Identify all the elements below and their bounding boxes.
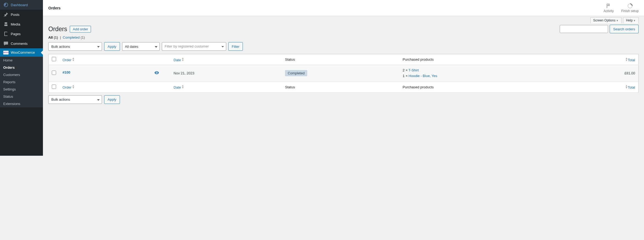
- column-order[interactable]: Order▲▼: [63, 58, 75, 62]
- sort-icon: ▲▼: [625, 57, 628, 61]
- filter-button[interactable]: Filter: [228, 42, 243, 51]
- view-all[interactable]: All (1): [48, 35, 59, 39]
- sidebar-item-media[interactable]: Media: [0, 19, 43, 29]
- column-date[interactable]: Date▲▼: [174, 58, 184, 62]
- product-link[interactable]: Hoodie - Blue, Yes: [409, 74, 437, 78]
- view-completed[interactable]: Completed (1): [63, 35, 85, 39]
- column-total[interactable]: ▲▼Total: [625, 58, 635, 62]
- select-all-checkbox[interactable]: [52, 57, 56, 61]
- submenu-item-customers[interactable]: Customers: [0, 71, 43, 78]
- apply-bulk-button[interactable]: Apply: [104, 42, 120, 51]
- screen-tabs: Screen Options Help: [43, 16, 644, 23]
- topbar-actions: Activity Finish setup: [603, 3, 639, 13]
- column-order-footer[interactable]: Order▲▼: [63, 85, 75, 89]
- order-date: Nov 21, 2023: [170, 65, 282, 82]
- apply-bulk-button-bottom[interactable]: Apply: [104, 95, 120, 104]
- column-total-footer[interactable]: ▲▼Total: [625, 85, 635, 89]
- sidebar-item-label: WooCommerce: [11, 50, 35, 54]
- product-line: 2 × T-Shirt: [403, 68, 565, 73]
- activity-button[interactable]: Activity: [603, 3, 614, 13]
- help-tab[interactable]: Help: [623, 17, 639, 23]
- bottom-actions: Bulk actions Apply: [48, 95, 639, 104]
- submenu-item-settings[interactable]: Settings: [0, 86, 43, 93]
- sort-icon: ▲▼: [181, 57, 184, 61]
- orders-table: Order▲▼ Date▲▼ Status Purchased products…: [48, 54, 639, 93]
- order-total: £81.00: [568, 65, 639, 82]
- submenu-item-orders[interactable]: Orders: [0, 64, 43, 71]
- page-heading: Orders: [48, 26, 67, 33]
- main-content: Orders Activity Finish setup Screen Opti…: [43, 0, 644, 156]
- sort-icon: ▲▼: [72, 85, 75, 89]
- product-line: 1 × Hoodie - Blue, Yes: [403, 73, 565, 79]
- comment-icon: [3, 41, 9, 46]
- column-purchased: Purchased products: [400, 54, 568, 65]
- status-views: All (1) | Completed (1): [48, 35, 639, 39]
- row-checkbox[interactable]: [52, 71, 56, 75]
- progress-circle-icon: [627, 3, 633, 9]
- sidebar-submenu: Home Orders Customers Reports Settings S…: [0, 57, 43, 107]
- add-order-button[interactable]: Add order: [70, 26, 91, 32]
- topbar-title: Orders: [48, 6, 61, 10]
- table-row[interactable]: #100 Nov 21, 2023 Completed 2 × T-Shirt …: [49, 65, 639, 82]
- sort-icon: ▲▼: [181, 85, 184, 89]
- preview-icon[interactable]: [154, 70, 159, 76]
- filters-row: Bulk actions Apply All dates Filter by r…: [48, 42, 639, 51]
- sidebar-item-label: Pages: [11, 32, 21, 36]
- sidebar-item-label: Media: [11, 22, 20, 26]
- search-orders-button[interactable]: Search orders: [610, 25, 639, 33]
- screen-options-tab[interactable]: Screen Options: [590, 17, 621, 23]
- submenu-item-extensions[interactable]: Extensions: [0, 100, 43, 107]
- finish-setup-button[interactable]: Finish setup: [621, 3, 639, 13]
- search-orders-input[interactable]: [560, 25, 608, 33]
- woo-icon: WOO: [3, 51, 9, 54]
- bulk-actions-select-bottom[interactable]: Bulk actions: [48, 95, 102, 104]
- sidebar-item-posts[interactable]: Posts: [0, 10, 43, 19]
- sort-icon: ▲▼: [72, 57, 75, 61]
- sort-icon: ▲▼: [625, 85, 628, 89]
- dashboard-icon: [3, 2, 9, 8]
- column-date-footer[interactable]: Date▲▼: [174, 85, 184, 89]
- column-purchased-footer: Purchased products: [400, 82, 568, 92]
- page-icon: [3, 31, 9, 37]
- status-badge: Completed: [285, 70, 307, 76]
- sidebar-item-label: Posts: [11, 13, 20, 17]
- sidebar-item-comments[interactable]: Comments: [0, 39, 43, 48]
- sidebar-item-label: Comments: [11, 42, 28, 46]
- flag-icon: [606, 3, 611, 9]
- column-status: Status: [282, 54, 399, 65]
- pin-icon: [3, 12, 9, 17]
- submenu-item-status[interactable]: Status: [0, 93, 43, 100]
- select-all-checkbox-footer[interactable]: [52, 85, 56, 89]
- activity-label: Activity: [603, 9, 614, 13]
- product-link[interactable]: T-Shirt: [408, 68, 419, 72]
- finish-setup-label: Finish setup: [621, 9, 639, 13]
- sidebar-item-dashboard[interactable]: Dashboard: [0, 0, 43, 10]
- submenu-item-reports[interactable]: Reports: [0, 78, 43, 86]
- submenu-item-home[interactable]: Home: [0, 57, 43, 64]
- date-filter-select[interactable]: All dates: [122, 42, 160, 51]
- sidebar-item-woocommerce[interactable]: WOO WooCommerce: [0, 48, 43, 57]
- customer-filter-select[interactable]: Filter by registered customer: [162, 42, 226, 51]
- topbar: Orders Activity Finish setup: [43, 0, 644, 16]
- sidebar-item-label: Dashboard: [11, 3, 28, 7]
- column-status-footer: Status: [282, 82, 399, 92]
- bulk-actions-select[interactable]: Bulk actions: [48, 42, 102, 51]
- order-id-link[interactable]: #100: [63, 70, 70, 74]
- admin-sidebar: Dashboard Posts Media Pages Comments WOO…: [0, 0, 43, 156]
- sidebar-item-pages[interactable]: Pages: [0, 29, 43, 39]
- media-icon: [3, 21, 9, 27]
